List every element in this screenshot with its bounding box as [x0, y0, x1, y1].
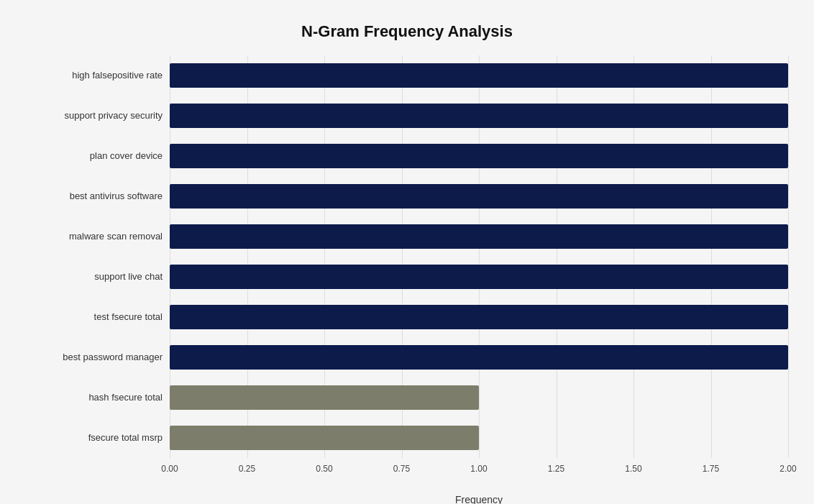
bar-row — [170, 343, 788, 372]
y-label: malware scan removal — [26, 219, 163, 255]
y-label: plan cover device — [26, 138, 163, 174]
bar-row — [170, 142, 788, 170]
x-tick: 0.50 — [316, 464, 332, 474]
x-tick: 1.25 — [548, 464, 564, 474]
x-axis: 0.000.250.500.751.001.251.501.752.00 — [170, 458, 788, 472]
x-tick: 0.75 — [393, 464, 410, 474]
bar-row — [170, 61, 788, 90]
bar — [170, 104, 788, 128]
x-tick: 2.00 — [779, 464, 796, 474]
bar-row — [170, 262, 788, 291]
x-tick: 1.00 — [470, 464, 487, 474]
bar-row — [170, 101, 788, 130]
bar — [170, 184, 788, 209]
chart-area: high falsepositive ratesupport privacy s… — [26, 55, 788, 458]
bar-row — [170, 423, 788, 452]
bar — [170, 224, 788, 249]
y-label: best antivirus software — [26, 178, 163, 214]
y-labels: high falsepositive ratesupport privacy s… — [26, 55, 170, 458]
bar-row — [170, 303, 788, 331]
x-tick: 1.75 — [703, 464, 719, 474]
y-label: hash fsecure total — [26, 380, 163, 416]
y-label: support live chat — [26, 259, 163, 295]
bar — [170, 265, 788, 289]
bar-row — [170, 222, 788, 251]
y-label: high falsepositive rate — [26, 58, 163, 93]
x-tick: 0.25 — [239, 464, 255, 474]
x-tick: 0.00 — [161, 464, 178, 474]
x-axis-label: Frequency — [170, 494, 788, 505]
bar — [170, 426, 479, 450]
bar — [170, 305, 788, 329]
y-label: support privacy security — [26, 98, 163, 134]
bar-row — [170, 182, 788, 211]
y-label: test fsecure total — [26, 299, 163, 335]
x-tick: 1.50 — [625, 464, 641, 474]
bars-wrapper — [170, 55, 788, 458]
bar — [170, 345, 788, 370]
chart-title: N-Gram Frequency Analysis — [26, 22, 788, 41]
grid-line — [788, 55, 789, 458]
chart-container: N-Gram Frequency Analysis high falseposi… — [12, 8, 802, 497]
bar-row — [170, 383, 788, 412]
bars-and-grid — [170, 55, 788, 458]
y-label: fsecure total msrp — [26, 420, 163, 456]
bar — [170, 144, 788, 168]
y-label: best password manager — [26, 339, 163, 375]
bar — [170, 385, 479, 410]
bar — [170, 63, 788, 88]
